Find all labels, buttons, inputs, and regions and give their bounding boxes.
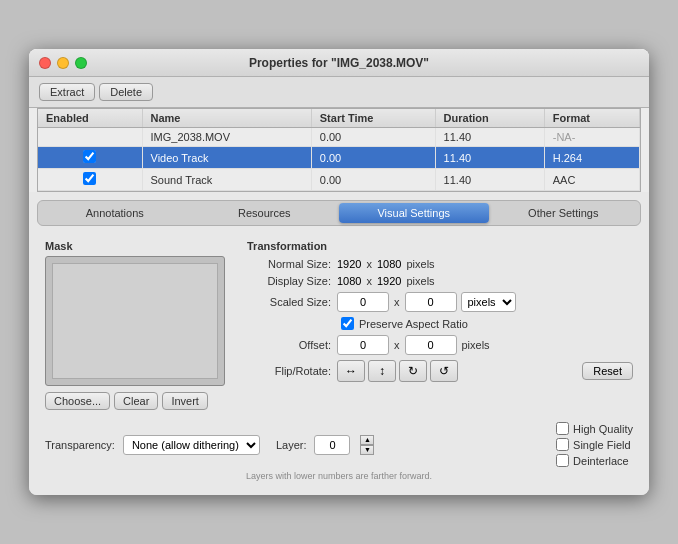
minimize-button[interactable] <box>57 57 69 69</box>
high-quality-checkbox[interactable] <box>556 422 569 435</box>
single-field-item: Single Field <box>556 438 633 451</box>
tab-visual-settings[interactable]: Visual Settings <box>339 203 489 223</box>
hint-text: Layers with lower numbers are farther fo… <box>37 471 641 487</box>
scaled-size-x: x <box>389 296 405 308</box>
deinterlace-checkbox[interactable] <box>556 454 569 467</box>
reset-button[interactable]: Reset <box>582 362 633 380</box>
normal-size-h: 1080 <box>377 258 401 270</box>
col-enabled: Enabled <box>38 109 142 128</box>
mask-label: Mask <box>45 240 235 252</box>
rotate-ccw-button[interactable]: ↺ <box>430 360 458 382</box>
row-duration: 11.40 <box>435 128 544 147</box>
row-enabled[interactable] <box>38 147 142 169</box>
col-duration: Duration <box>435 109 544 128</box>
transparency-select[interactable]: None (allow dithering) None (no ditherin… <box>123 435 260 455</box>
delete-button[interactable]: Delete <box>99 83 153 101</box>
single-field-label: Single Field <box>573 439 630 451</box>
row-start: 0.00 <box>311 169 435 191</box>
mask-canvas-inner <box>52 263 218 379</box>
preserve-aspect-label: Preserve Aspect Ratio <box>359 318 468 330</box>
layer-input[interactable] <box>314 435 350 455</box>
flip-rotate-row: Flip/Rotate: ↔ ↕ ↻ ↺ Reset <box>247 360 633 382</box>
row-format: -NA- <box>544 128 639 147</box>
bottom-row: Transparency: None (allow dithering) Non… <box>37 416 641 471</box>
display-size-unit: pixels <box>401 275 434 287</box>
row-format: AAC <box>544 169 639 191</box>
normal-size-row: Normal Size: 1920 x 1080 pixels <box>247 258 633 270</box>
close-button[interactable] <box>39 57 51 69</box>
deinterlace-item: Deinterlace <box>556 454 633 467</box>
tracks-table: Enabled Name Start Time Duration Format … <box>38 109 640 191</box>
display-size-w: 1080 <box>337 275 361 287</box>
col-format: Format <box>544 109 639 128</box>
rotate-cw-button[interactable]: ↻ <box>399 360 427 382</box>
scaled-size-label: Scaled Size: <box>247 296 337 308</box>
transform-section: Transformation Normal Size: 1920 x 1080 … <box>247 240 633 410</box>
normal-size-label: Normal Size: <box>247 258 337 270</box>
table-row[interactable]: Video Track 0.00 11.40 H.264 <box>38 147 640 169</box>
tab-annotations[interactable]: Annotations <box>40 203 190 223</box>
normal-size-x: x <box>361 258 377 270</box>
offset-x-input[interactable] <box>337 335 389 355</box>
table-row[interactable]: IMG_2038.MOV 0.00 11.40 -NA- <box>38 128 640 147</box>
row-duration: 11.40 <box>435 147 544 169</box>
traffic-lights <box>39 57 87 69</box>
display-size-x: x <box>361 275 377 287</box>
toolbar: Extract Delete <box>29 77 649 108</box>
row-enabled <box>38 128 142 147</box>
table-row[interactable]: Sound Track 0.00 11.40 AAC <box>38 169 640 191</box>
titlebar: Properties for "IMG_2038.MOV" <box>29 49 649 77</box>
offset-unit: pixels <box>457 339 490 351</box>
window-title: Properties for "IMG_2038.MOV" <box>249 56 429 70</box>
mask-canvas <box>45 256 225 386</box>
display-size-h: 1920 <box>377 275 401 287</box>
scaled-size-w-input[interactable] <box>337 292 389 312</box>
flip-vertical-button[interactable]: ↕ <box>368 360 396 382</box>
preserve-aspect-row: Preserve Aspect Ratio <box>247 317 633 330</box>
extract-button[interactable]: Extract <box>39 83 95 101</box>
flip-rotate-label: Flip/Rotate: <box>247 365 337 377</box>
layer-down-button[interactable]: ▼ <box>360 445 374 455</box>
layer-up-button[interactable]: ▲ <box>360 435 374 445</box>
deinterlace-label: Deinterlace <box>573 455 629 467</box>
offset-y-input[interactable] <box>405 335 457 355</box>
tab-resources[interactable]: Resources <box>190 203 340 223</box>
offset-row: Offset: x pixels <box>247 335 633 355</box>
col-name: Name <box>142 109 311 128</box>
row-duration: 11.40 <box>435 169 544 191</box>
choose-button[interactable]: Choose... <box>45 392 110 410</box>
transparency-label: Transparency: <box>45 439 115 451</box>
row-name: IMG_2038.MOV <box>142 128 311 147</box>
maximize-button[interactable] <box>75 57 87 69</box>
scaled-size-unit-select[interactable]: pixels % <box>461 292 516 312</box>
lower-panel: Annotations Resources Visual Settings Ot… <box>29 192 649 495</box>
quality-options: High Quality Single Field Deinterlace <box>556 422 633 467</box>
mask-buttons: Choose... Clear Invert <box>45 392 235 410</box>
high-quality-item: High Quality <box>556 422 633 435</box>
tracks-table-wrapper: Enabled Name Start Time Duration Format … <box>37 108 641 192</box>
high-quality-label: High Quality <box>573 423 633 435</box>
col-start-time: Start Time <box>311 109 435 128</box>
layer-label: Layer: <box>276 439 307 451</box>
clear-button[interactable]: Clear <box>114 392 158 410</box>
scaled-size-h-input[interactable] <box>405 292 457 312</box>
display-size-label: Display Size: <box>247 275 337 287</box>
row-format: H.264 <box>544 147 639 169</box>
layer-stepper: ▲ ▼ <box>360 435 374 455</box>
display-size-row: Display Size: 1080 x 1920 pixels <box>247 275 633 287</box>
preserve-aspect-checkbox[interactable] <box>341 317 354 330</box>
flip-horizontal-button[interactable]: ↔ <box>337 360 365 382</box>
offset-xx: x <box>389 339 405 351</box>
scaled-size-row: Scaled Size: x pixels % <box>247 292 633 312</box>
row-name: Video Track <box>142 147 311 169</box>
tabs-row: Annotations Resources Visual Settings Ot… <box>37 200 641 226</box>
single-field-checkbox[interactable] <box>556 438 569 451</box>
properties-window: Properties for "IMG_2038.MOV" Extract De… <box>29 49 649 495</box>
row-start: 0.00 <box>311 147 435 169</box>
tab-other-settings[interactable]: Other Settings <box>489 203 639 223</box>
offset-label: Offset: <box>247 339 337 351</box>
normal-size-unit: pixels <box>401 258 434 270</box>
invert-button[interactable]: Invert <box>162 392 208 410</box>
mask-section: Mask Choose... Clear Invert <box>45 240 235 410</box>
row-enabled[interactable] <box>38 169 142 191</box>
